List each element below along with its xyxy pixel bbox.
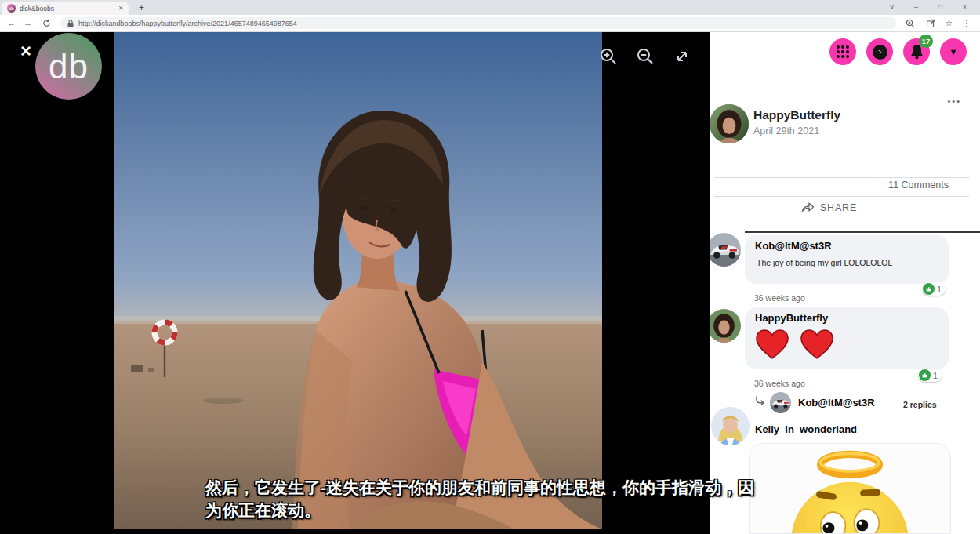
browser-menu-icon[interactable] [960,20,973,27]
zoom-in-icon[interactable] [599,47,619,67]
social-sidebar: 17 ▼ ••• HappyButterfly April 29th 2021 … [710,32,980,534]
share-label: SHARE [820,202,857,213]
apps-grid-icon [837,45,849,58]
comments-count[interactable]: 11 Comments [888,180,949,191]
comment1-time[interactable]: 36 weeks ago [754,293,805,303]
divider [714,177,969,178]
post-author-avatar[interactable] [710,104,749,143]
heart-icon [799,328,835,361]
photo-zoom-controls [599,47,691,67]
social-nav: 17 ▼ [829,38,967,65]
comment1-avatar[interactable] [710,233,741,267]
comment2-like-badge[interactable]: 1 [918,369,942,382]
reply-count[interactable]: 2 replies [903,400,937,409]
browser-tab[interactable]: db dick&boobs × [2,2,129,15]
reply-arrow-icon [754,395,766,410]
page-content: × db [0,32,980,534]
tab-strip: db dick&boobs × + ∨ – □ × [0,0,980,15]
lightbox-close-icon[interactable]: × [20,42,31,60]
zoom-out-icon[interactable] [636,47,655,67]
thumbs-up-icon [919,369,931,381]
back-icon[interactable]: ← [7,19,16,27]
comment2-author[interactable]: HappyButterfly [755,312,828,324]
window-close-icon[interactable]: × [953,3,977,11]
comment2-time[interactable]: 36 weeks ago [754,379,805,388]
comment2-hearts [754,328,835,361]
comment1-like-count: 1 [937,285,945,294]
notifications-button[interactable]: 17 [903,38,930,65]
site-logo[interactable]: db [35,33,102,100]
post-date: April 29th 2021 [753,125,819,136]
post-options-icon[interactable]: ••• [947,96,961,106]
restore-icon[interactable]: □ [928,4,953,11]
account-menu-button[interactable]: ▼ [940,38,967,65]
url-text[interactable]: http://dickandboobs/happybutterfly/archi… [78,20,297,27]
share-page-icon[interactable] [924,19,937,28]
post-author-name[interactable]: HappyButterfly [753,108,840,122]
subtitle-line1: 然后，它发生了-迷失在关于你的朋友和前同事的性思想，你的手指滑动，因 [205,476,789,499]
share-arrow-icon [801,202,815,213]
reply-avatar[interactable] [770,392,791,413]
angel-emoji [767,447,933,534]
post-photo[interactable] [114,32,602,529]
bookmark-star-icon[interactable]: ☆ [945,18,953,28]
game-subtitle: 然后，它发生了-迷失在关于你的朋友和前同事的性思想，你的手指滑动，因 为你正在滚… [205,476,789,521]
tab-title: dick&boobs [20,5,114,13]
divider [714,196,969,197]
window-controls: ∨ – □ × [880,0,977,14]
comments-top-rule [745,231,980,233]
thumbs-up-icon [923,283,935,295]
comment3-author[interactable]: Kelly_in_wonderland [755,423,857,435]
comment1-text: The joy of being my girl LOLOLOLOL [757,258,892,267]
comment2-like-count: 1 [933,371,941,380]
comment1-author[interactable]: Kob@ltM@st3R [755,240,832,252]
browser-chrome: db dick&boobs × + ∨ – □ × ← → http://dic… [0,0,980,32]
fullscreen-icon[interactable] [673,47,691,67]
messenger-icon [872,44,888,60]
minimize-icon[interactable]: – [904,3,928,11]
address-pill[interactable]: http://dickandboobs/happybutterfly/archi… [60,17,896,29]
reply-author[interactable]: Kob@ltM@st3R [798,397,875,409]
window-menu-icon[interactable]: ∨ [880,3,904,11]
comment2-avatar[interactable] [710,309,741,343]
site-favicon: db [7,4,16,13]
url-bar: ← → http://dickandboobs/happybutterfly/a… [0,15,980,32]
comment3-avatar[interactable] [711,407,750,445]
notification-badge: 17 [919,35,933,48]
tab-close-icon[interactable]: × [118,5,123,13]
apps-grid-button[interactable] [829,38,856,65]
comment1-like-badge[interactable]: 1 [922,282,946,296]
heart-icon [754,328,790,361]
reload-icon[interactable] [40,19,53,27]
zoom-page-icon[interactable] [904,19,916,28]
chevron-down-icon: ▼ [949,48,958,56]
share-button[interactable]: SHARE [710,202,949,213]
forward-icon[interactable]: → [24,19,32,27]
new-tab-button[interactable]: + [139,2,144,13]
subtitle-line2: 为你正在滚动。 [205,499,789,521]
lock-icon [67,20,74,27]
messenger-button[interactable] [866,38,893,65]
